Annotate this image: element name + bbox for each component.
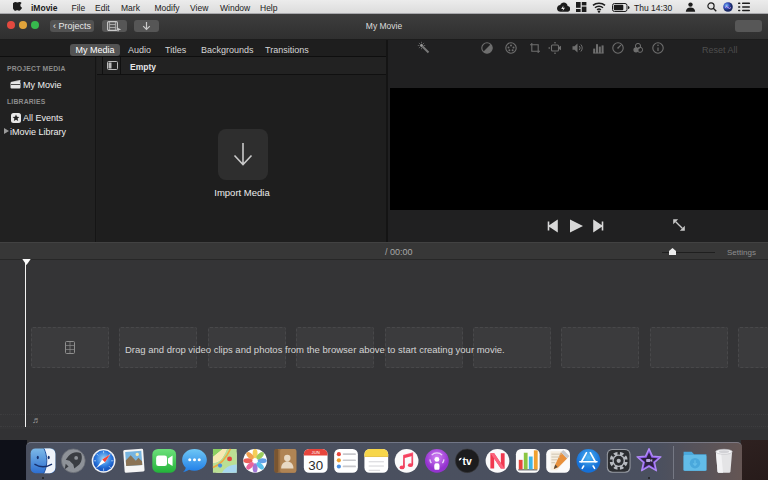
svg-text:30: 30 [308, 458, 323, 473]
svg-text:JUN: JUN [312, 450, 320, 455]
svg-text:tv: tv [463, 456, 472, 467]
